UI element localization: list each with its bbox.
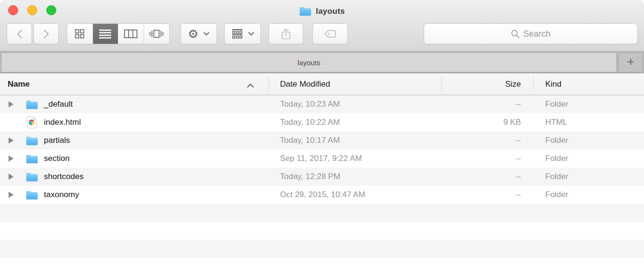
list-view-icon [99,30,111,39]
column-header-row: Name Date Modified Size Kind [0,73,644,95]
kind-cell: Folder [533,100,644,109]
size-cell: -- [441,172,533,181]
column-divider [533,77,534,91]
table-row[interactable]: partials Today, 10:17 AM -- Folder [0,131,644,150]
file-list: _default Today, 10:23 AM -- Folder index… [0,95,644,280]
table-row[interactable]: section Sep 11, 2017, 9:22 AM -- Folder [0,150,644,168]
date-modified-cell: Today, 10:17 AM [269,136,441,145]
folder-icon [26,136,38,146]
file-name: _default [44,100,73,109]
name-cell: shortcodes [0,168,269,186]
search-input[interactable]: Search [424,23,638,44]
back-button[interactable] [7,23,32,44]
kind-cell: Folder [533,172,644,181]
file-icon-slot [25,136,38,146]
gear-icon: ⚙ [188,28,198,40]
tab-bar: layouts + [0,51,644,73]
sort-ascending-icon [247,83,254,88]
date-modified-cell: Oct 29, 2015, 10:47 AM [269,190,441,200]
title-folder-icon-slot [299,6,312,16]
list-view-button[interactable] [93,24,119,44]
search-placeholder: Search [523,29,551,39]
column-header-date-modified[interactable]: Date Modified [269,80,441,89]
date-modified-cell: Sep 11, 2017, 9:22 AM [269,154,441,163]
size-cell: -- [441,190,533,200]
window-title-group: layouts [0,0,644,21]
name-cell: index.html [0,113,269,131]
finder-window: layouts [0,0,644,280]
plus-icon: + [627,54,634,69]
tab-layouts[interactable]: layouts [1,52,617,72]
file-icon-slot [25,100,38,110]
window-chrome: layouts [0,0,644,51]
group-menu-button[interactable] [224,23,261,44]
table-row[interactable]: _default Today, 10:23 AM -- Folder [0,95,644,113]
column-header-name[interactable]: Name [0,80,269,89]
file-name: section [44,154,70,163]
chevron-down-icon [248,32,254,36]
date-modified-cell: Today, 10:23 AM [269,100,441,109]
folder-icon [26,172,38,182]
forward-button[interactable] [33,23,59,44]
size-cell: -- [441,100,533,109]
close-button[interactable] [8,5,18,15]
file-name: shortcodes [44,172,83,181]
table-row[interactable]: index.html Today, 10:22 AM 9 KB HTML [0,113,644,131]
icon-view-button[interactable] [67,24,93,44]
empty-row [0,204,644,222]
zoom-button[interactable] [46,5,56,15]
toolbar: ⚙ [0,21,644,51]
name-cell: section [0,150,269,168]
disclosure-triangle[interactable] [9,101,14,108]
size-cell: -- [441,136,533,145]
chevron-left-icon [17,30,22,39]
tag-button[interactable] [312,23,348,44]
coverflow-view-icon [149,29,164,39]
share-button[interactable] [269,23,303,44]
kind-cell: Folder [533,154,644,163]
file-name: index.html [44,118,81,127]
icon-view-icon [75,29,84,39]
folder-icon [26,100,38,110]
folder-icon [26,154,38,164]
view-mode-segmented-control [67,23,170,44]
disclosure-triangle[interactable] [9,137,14,144]
group-by-icon [231,29,243,39]
file-icon-slot [25,116,38,129]
kind-cell: HTML [533,118,644,127]
file-icon-slot [25,154,38,164]
column-header-kind[interactable]: Kind [533,80,644,89]
table-row[interactable]: taxonomy Oct 29, 2015, 10:47 AM -- Folde… [0,186,644,204]
minimize-button[interactable] [27,5,37,15]
table-row[interactable]: shortcodes Today, 12:28 PM -- Folder [0,168,644,186]
date-modified-cell: Today, 10:22 AM [269,118,441,127]
name-cell: _default [0,95,269,113]
window-title: layouts [316,7,345,16]
name-cell: partials [0,131,269,150]
column-divider [269,77,269,91]
title-bar: layouts [0,0,644,21]
new-tab-button[interactable]: + [618,52,643,72]
search-icon [511,30,520,39]
share-icon [280,28,291,40]
action-menu-button[interactable]: ⚙ [180,23,217,44]
folder-icon [299,6,312,16]
tab-label: layouts [298,59,321,67]
column-view-button[interactable] [118,24,144,44]
empty-row [0,258,644,276]
kind-cell: Folder [533,136,644,145]
tag-icon [324,30,336,38]
disclosure-triangle[interactable] [9,191,14,198]
size-cell: -- [441,154,533,163]
disclosure-triangle[interactable] [9,155,14,162]
column-header-size[interactable]: Size [441,80,533,89]
column-divider [441,77,442,91]
file-name: taxonomy [44,190,79,200]
html-file-icon [27,116,37,129]
empty-row [0,222,644,240]
coverflow-view-button[interactable] [144,24,170,44]
file-name: partials [44,136,70,145]
column-header-name-label: Name [8,80,30,89]
traffic-lights [8,5,56,15]
disclosure-triangle[interactable] [9,173,14,180]
